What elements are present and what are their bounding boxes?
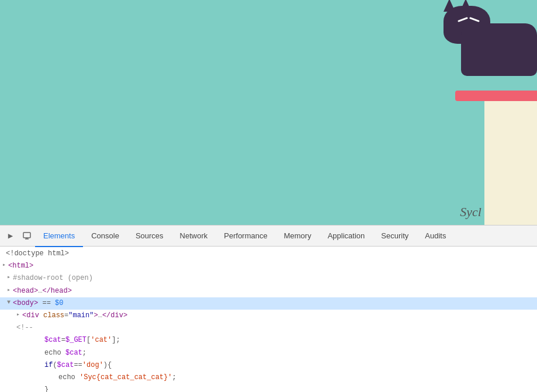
collapse-body-arrow[interactable]: ▼ [7, 298, 11, 307]
cream-paper [484, 101, 537, 225]
tab-console[interactable]: Console [83, 226, 127, 247]
code-line-shadow-root: ▸ #shadow-root (open) [0, 272, 537, 285]
cursor-icon[interactable]: ▶ [2, 228, 19, 244]
code-line-php-3: if($cat=='dog'){ [0, 359, 537, 372]
tab-network[interactable]: Network [172, 226, 216, 247]
cat-body [461, 23, 537, 76]
cat-shelf [455, 91, 537, 101]
tab-audits[interactable]: Audits [417, 226, 454, 247]
code-line-php-4: echo 'Syc{cat_cat_cat_cat}'; [0, 372, 537, 384]
tab-security[interactable]: Security [373, 226, 417, 247]
code-line-php-2: echo $cat; [0, 347, 537, 359]
expand-div-arrow[interactable]: ▸ [16, 310, 20, 320]
devtools-elements-panel[interactable]: <!doctype html> ▸ <html> ▸ #shadow-root … [0, 247, 537, 392]
tab-performance[interactable]: Performance [216, 226, 275, 247]
inspect-icon[interactable] [19, 228, 35, 244]
svg-rect-0 [23, 233, 30, 238]
code-line-body[interactable]: ▼ <body> == $0 [0, 297, 537, 310]
code-line-doctype: <!doctype html> [0, 248, 537, 260]
tab-elements[interactable]: Elements [35, 226, 83, 247]
code-line-php-1: $cat=$_GET['cat']; [0, 334, 537, 346]
code-line-php-5: } [0, 384, 537, 392]
tab-memory[interactable]: Memory [276, 226, 320, 247]
browser-viewport: Sycl [0, 0, 537, 225]
code-line-div-main: ▸ <div class="main">…</div> [0, 310, 537, 322]
tab-application[interactable]: Application [320, 226, 373, 247]
code-line-head: ▸ <head>…</head> [0, 285, 537, 297]
expand-arrow[interactable]: ▸ [2, 261, 6, 270]
code-line-comment-open: <!-- [0, 322, 537, 334]
code-line-html: ▸ <html> [0, 260, 537, 272]
devtools-tabs-bar: ▶ Elements Console Sources Network Perfo… [0, 226, 537, 247]
tab-sources[interactable]: Sources [127, 226, 172, 247]
devtools-panel: ▶ Elements Console Sources Network Perfo… [0, 225, 537, 392]
expand-head-arrow[interactable]: ▸ [7, 286, 11, 295]
sycl-text: Sycl [460, 204, 481, 220]
expand-shadow-arrow[interactable]: ▸ [7, 273, 11, 282]
